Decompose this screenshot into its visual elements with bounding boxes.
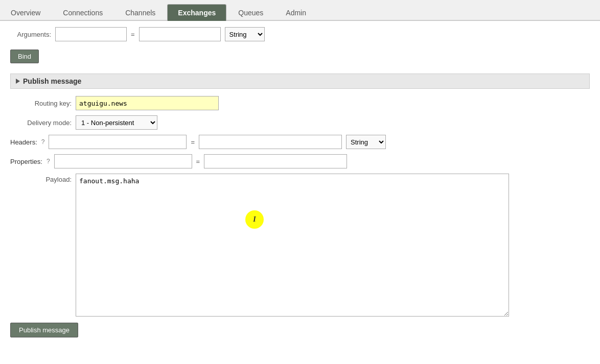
- publish-section-title: Publish message: [23, 77, 81, 85]
- properties-key-input[interactable]: [54, 154, 192, 168]
- publish-section-header[interactable]: Publish message: [10, 74, 590, 89]
- headers-key-input[interactable]: [49, 135, 187, 149]
- routing-key-row: Routing key:: [10, 96, 590, 110]
- payload-label: Payload:: [10, 174, 72, 183]
- main-content: Arguments: = String Integer Boolean Bind…: [0, 21, 600, 344]
- routing-key-input[interactable]: [76, 96, 219, 110]
- nav-tabs: Overview Connections Channels Exchanges …: [0, 0, 600, 21]
- delivery-mode-row: Delivery mode: 1 - Non-persistent 2 - Pe…: [10, 115, 590, 130]
- tab-admin[interactable]: Admin: [275, 4, 317, 21]
- arguments-value-input[interactable]: [139, 27, 221, 41]
- headers-value-input[interactable]: [199, 135, 342, 149]
- arguments-label: Arguments:: [10, 31, 51, 38]
- headers-type-select[interactable]: String Integer Boolean: [346, 135, 386, 149]
- headers-label: Headers:: [10, 138, 37, 146]
- tab-connections[interactable]: Connections: [52, 4, 113, 21]
- payload-textarea[interactable]: fanout.msg.haha: [76, 174, 509, 317]
- properties-eq: =: [196, 158, 200, 165]
- tab-exchanges[interactable]: Exchanges: [167, 4, 226, 21]
- headers-row: Headers: ? = String Integer Boolean: [10, 135, 590, 149]
- tab-overview[interactable]: Overview: [0, 4, 51, 21]
- properties-value-input[interactable]: [204, 154, 347, 168]
- arguments-key-input[interactable]: [55, 27, 127, 41]
- properties-help-icon[interactable]: ?: [47, 158, 50, 165]
- arguments-row: Arguments: = String Integer Boolean: [10, 27, 590, 41]
- headers-help-icon[interactable]: ?: [41, 138, 45, 145]
- delivery-mode-label: Delivery mode:: [10, 119, 72, 127]
- publish-message-button[interactable]: Publish message: [10, 323, 78, 337]
- headers-eq: =: [191, 138, 195, 146]
- arguments-eq: =: [131, 31, 135, 38]
- bind-button[interactable]: Bind: [10, 50, 39, 63]
- tab-queues[interactable]: Queues: [227, 4, 274, 21]
- routing-key-label: Routing key:: [10, 100, 72, 107]
- properties-label: Properties:: [10, 158, 42, 165]
- tab-channels[interactable]: Channels: [114, 4, 166, 21]
- properties-row: Properties: ? =: [10, 154, 590, 168]
- payload-row: Payload: fanout.msg.haha: [10, 174, 590, 317]
- collapse-icon: [16, 79, 20, 84]
- delivery-mode-select[interactable]: 1 - Non-persistent 2 - Persistent: [76, 115, 157, 130]
- arguments-type-select[interactable]: String Integer Boolean: [225, 27, 265, 41]
